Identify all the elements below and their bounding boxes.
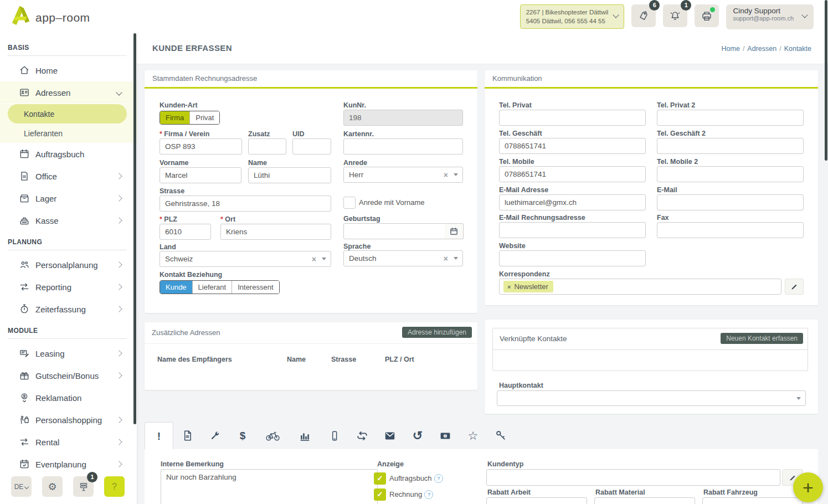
tags-button[interactable]: 6 <box>631 4 656 27</box>
kb-interessent[interactable]: Interessent <box>232 281 279 294</box>
ort-field[interactable] <box>220 224 331 240</box>
sidebar-scrollbar[interactable] <box>133 33 136 424</box>
sidebar-item-personalshopping[interactable]: Personalshopping <box>0 409 137 431</box>
tab-warnings[interactable]: ! <box>145 422 173 450</box>
anzeige-auftragsbuch-checkbox[interactable]: ✓ <box>374 472 386 485</box>
tel-geschaeft2-field[interactable] <box>657 138 804 154</box>
tel-geschaeft-field[interactable] <box>499 138 646 154</box>
tel-mobile-field[interactable] <box>499 166 646 182</box>
sidebar-item-reklamation[interactable]: Reklamation <box>0 387 137 409</box>
anrede-mit-vorname-checkbox[interactable] <box>343 197 356 209</box>
tab-documents-pdf[interactable] <box>173 422 201 450</box>
help-icon[interactable]: ? <box>424 490 433 499</box>
fax-field[interactable] <box>657 222 804 238</box>
tab-access[interactable] <box>487 422 515 450</box>
sidebar-item-kontakte-active[interactable]: Kontakte <box>8 104 127 124</box>
tel-mobile2-field[interactable] <box>657 166 804 182</box>
breadcrumb-home[interactable]: Home <box>722 45 740 53</box>
chevron-right-icon <box>116 461 122 467</box>
breadcrumb-adressen[interactable]: Adressen <box>747 45 776 53</box>
add-fab-button[interactable]: + <box>793 472 823 502</box>
settings-button[interactable]: ⚙ <box>42 476 63 497</box>
anzeige-rechnung-checkbox[interactable]: ✓ <box>374 488 386 501</box>
svg-text:0: 0 <box>444 434 446 438</box>
land-select[interactable]: Schweiz × <box>160 251 331 267</box>
tab-mail[interactable] <box>376 422 404 450</box>
tab-statistics[interactable] <box>289 422 321 450</box>
firma-field[interactable] <box>160 138 242 155</box>
print-button[interactable] <box>695 4 719 27</box>
remove-tag-icon[interactable]: × <box>507 284 511 290</box>
tab-payments[interactable]: 0 <box>431 422 459 450</box>
print-queue-button[interactable]: 1 <box>73 476 94 497</box>
breadcrumb-kontakte[interactable]: Kontakte <box>784 45 811 53</box>
kundentyp-field[interactable] <box>486 469 780 486</box>
kartennr-field[interactable] <box>343 138 463 155</box>
notifications-button[interactable]: 1 <box>663 4 687 27</box>
sidebar-item-lieferanten[interactable]: Lieferanten <box>0 124 137 143</box>
tab-favorites[interactable]: ☆ <box>459 422 487 450</box>
help-button[interactable]: ? <box>104 476 125 497</box>
tab-workshop[interactable] <box>201 422 229 450</box>
sidebar-item-auftragsbuch[interactable]: Auftragsbuch <box>0 143 137 165</box>
clear-icon[interactable]: × <box>444 254 448 263</box>
clear-icon[interactable]: × <box>312 255 316 264</box>
sidebar-item-office[interactable]: Office <box>0 165 137 187</box>
plz-field[interactable] <box>160 224 211 240</box>
tel-privat-field[interactable] <box>499 110 646 126</box>
geburtstag-field[interactable] <box>343 223 445 239</box>
language-selector[interactable]: DE <box>11 476 32 497</box>
sidebar-item-home[interactable]: Home <box>0 59 137 81</box>
zusatz-field[interactable] <box>248 138 286 155</box>
calendar-picker-button[interactable] <box>445 223 464 239</box>
vorname-field[interactable] <box>160 167 241 183</box>
sidebar-item-kasse[interactable]: Kasse <box>0 209 137 232</box>
tab-history[interactable]: ↺ <box>404 422 431 450</box>
sidebar-item-rental[interactable]: Rental <box>0 431 137 453</box>
verknuepfte-kontakte-empty-list <box>493 350 808 371</box>
kb-kunde[interactable]: Kunde <box>160 281 192 294</box>
tel-privat2-field[interactable] <box>657 110 804 126</box>
clear-icon[interactable]: × <box>444 171 448 179</box>
korrespondenz-edit-button[interactable] <box>785 279 804 295</box>
kb-lieferant[interactable]: Lieferant <box>192 281 232 294</box>
tab-finance[interactable]: $ <box>229 422 256 450</box>
tab-transactions[interactable] <box>348 422 376 450</box>
tab-bikes[interactable] <box>256 422 289 450</box>
rabatt-fahrzeug-field[interactable] <box>702 497 803 504</box>
email-field[interactable] <box>657 194 804 210</box>
rabatt-arbeit-field[interactable] <box>486 497 587 504</box>
neuen-kontakt-button[interactable]: Neuen Kontakt erfassen <box>721 333 803 344</box>
sprache-select[interactable]: Deutsch × <box>343 250 463 266</box>
hauptkontakt-select[interactable] <box>497 390 806 406</box>
strasse-field[interactable] <box>160 196 331 212</box>
email-adresse-field[interactable] <box>499 194 646 210</box>
website-field[interactable] <box>499 250 646 266</box>
page-scrollbar[interactable] <box>825 0 827 161</box>
name-field[interactable] <box>248 167 331 183</box>
sidebar-item-leasing[interactable]: Leasing <box>0 342 137 364</box>
kunden-art-privat[interactable]: Privat <box>189 111 219 124</box>
adresse-hinzufuegen-button[interactable]: Adresse hinzufügen <box>402 327 472 338</box>
interne-bemerkung-textarea[interactable]: Nur noch Barzahlung <box>161 469 378 504</box>
help-icon[interactable]: ? <box>434 474 443 483</box>
user-menu[interactable]: Cindy Support support@app-room.ch <box>726 4 814 29</box>
rabatt-material-field[interactable] <box>594 497 695 504</box>
sidebar-item-zeiterfassung[interactable]: Zeiterfassung <box>0 298 137 320</box>
sidebar-item-lager[interactable]: Lager <box>0 187 137 209</box>
sidebar-item-reporting[interactable]: Reporting <box>0 276 137 298</box>
sidebar-item-adressen[interactable]: Adressen <box>0 81 137 104</box>
calendar-icon <box>19 148 30 160</box>
sidebar-item-eventplanung[interactable]: Eventplanung <box>0 453 137 475</box>
uid-field[interactable] <box>292 138 331 155</box>
email-rechnung-field[interactable] <box>499 222 646 238</box>
sidebar-item-gutschein-bonus[interactable]: Gutschein/Bonus <box>0 364 137 387</box>
anrede-select[interactable]: Herr × <box>343 167 463 183</box>
calendar-check-icon <box>19 459 30 470</box>
kunden-art-firma[interactable]: Firma <box>160 111 189 124</box>
app-logo[interactable]: app–room <box>11 4 90 27</box>
sidebar-item-personalplanung[interactable]: Personalplanung <box>0 254 137 276</box>
tab-devices[interactable] <box>321 422 348 450</box>
korrespondenz-field[interactable]: × Newsletter <box>499 279 781 295</box>
shop-selector[interactable]: 2267 | Bikeshoptester Dättwil 5405 Dättw… <box>520 4 625 29</box>
